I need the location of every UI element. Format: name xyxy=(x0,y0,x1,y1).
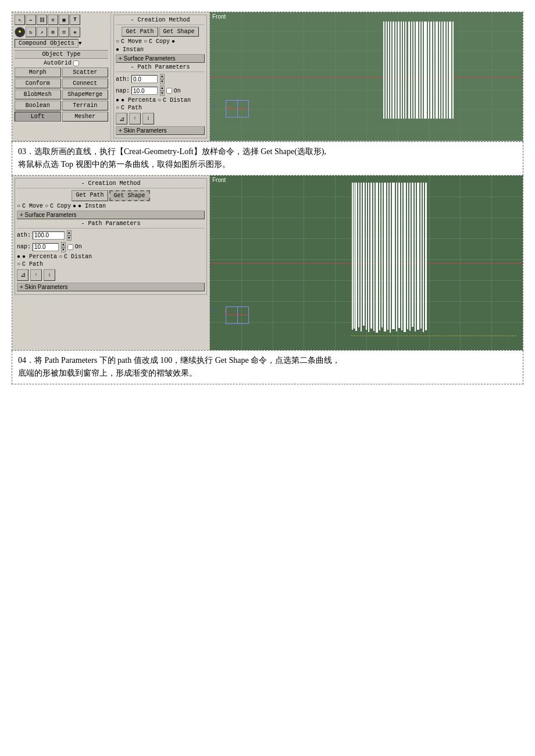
move-icon-btn[interactable]: ⊿ xyxy=(116,113,127,124)
ath-spinner-2[interactable]: ▲▼ xyxy=(67,230,72,241)
blobmesh-btn[interactable]: BlobMesh xyxy=(15,90,61,99)
viewport-2: Front xyxy=(210,176,523,350)
get-shape-btn-2[interactable]: Get Shape xyxy=(109,190,150,201)
get-shape-btn[interactable]: Get Shape xyxy=(159,27,199,37)
loft-btn[interactable]: Loft xyxy=(15,112,61,122)
section-2: - Creation Method Get Path Get Shape ○C … xyxy=(12,176,523,351)
get-path-btn[interactable]: Get Path xyxy=(122,27,158,37)
up-icon-btn[interactable]: ↑ xyxy=(129,113,141,124)
ath-row-2: ath: ▲▼ xyxy=(17,230,205,241)
instance-radio-icon: ● xyxy=(172,38,175,45)
copy-radio-icon: ○ xyxy=(144,38,147,45)
instance-label: ● Instan xyxy=(116,47,144,53)
percenta-label: ● Percenta xyxy=(121,97,156,104)
object-type-buttons: Morph Scatter Conform Connect BlobMesh S… xyxy=(15,67,108,122)
nap-row-2: nap: ▲▼ On xyxy=(17,242,205,252)
percenta-row: ● ● Percenta ○ C Distan xyxy=(116,97,205,104)
second-creation-panel: - Creation Method Get Path Get Shape ○C … xyxy=(12,176,210,350)
down-icon-btn[interactable]: ↕ xyxy=(142,113,154,124)
compound-dropdown[interactable]: Compound Objects xyxy=(15,39,79,48)
ath-row: ath: ▲▼ xyxy=(116,74,205,84)
scale-icon[interactable]: ↗ xyxy=(37,27,47,37)
percenta-icon-2: ● xyxy=(17,254,20,260)
morph-btn[interactable]: Morph xyxy=(15,67,61,77)
nap-input-2[interactable] xyxy=(33,243,59,251)
desc1-text: 03．选取所画的直线，执行【Creat-Geometry-Loft】放样命令，选… xyxy=(18,147,326,156)
grid-icon[interactable]: ⊞ xyxy=(48,27,58,37)
mesher-btn[interactable]: Mesher xyxy=(62,112,109,122)
copy-radio-2: ○ xyxy=(45,203,48,209)
move-label-2: C Move xyxy=(22,203,43,209)
nap-label: nap: xyxy=(116,88,130,94)
down-icon-btn-2[interactable]: ↕ xyxy=(44,269,55,281)
move-label: C Move xyxy=(121,38,142,45)
instance-label-2: ● Instan xyxy=(78,203,106,209)
percenta-row-2: ● ● Percenta ○ C Distan xyxy=(17,254,205,260)
nap-label-2: nap: xyxy=(17,244,31,250)
instance-radio-2: ● xyxy=(73,203,76,209)
creation-btn-row: Get Path Get Shape xyxy=(116,27,205,37)
distan-label-2: C Distan xyxy=(64,254,92,260)
edit-icon[interactable]: ✏ xyxy=(26,15,36,25)
ath-spinner[interactable]: ▲▼ xyxy=(160,74,165,84)
ath-input-2[interactable] xyxy=(33,231,65,240)
circle-icon[interactable]: ⊙ xyxy=(48,15,58,25)
creation-method-panel: - Creation Method Get Path Get Shape ○C … xyxy=(111,12,210,141)
up-icon-btn-2[interactable]: ↑ xyxy=(30,269,42,281)
distan-icon-2: ○ xyxy=(59,254,62,260)
path-params-label: - Path Parameters xyxy=(116,64,205,72)
bottom-axis-line xyxy=(351,336,516,336)
circle2-icon[interactable]: ● xyxy=(15,27,25,37)
compound-objects-select[interactable]: Compound Objects ▼ xyxy=(15,39,108,48)
conform-btn[interactable]: Conform xyxy=(15,79,61,88)
skin-params-btn-2[interactable]: + Skin Parameters xyxy=(17,283,205,291)
cursor-icon[interactable]: ↖ xyxy=(15,15,25,25)
move-radio-icon: ○ xyxy=(116,38,119,45)
on-checkbox-2[interactable] xyxy=(67,244,73,250)
on-label-2: On xyxy=(75,244,82,250)
nap-input[interactable] xyxy=(131,87,158,95)
autogrid-checkbox[interactable] xyxy=(73,60,79,66)
skin-params-btn[interactable]: + Skin Parameters xyxy=(116,126,205,135)
percenta-icon: ● xyxy=(116,97,119,104)
ath-input[interactable] xyxy=(131,75,158,83)
description-row-1: 03．选取所画的直线，执行【Creat-Geometry-Loft】放样命令，选… xyxy=(12,142,523,176)
desc2-text: 04．将 Path Parameters 下的 path 值改成 100，继续执… xyxy=(18,356,340,365)
nap-spinner[interactable]: ▲▼ xyxy=(160,85,165,96)
link-icon[interactable]: ⛓ xyxy=(37,15,47,25)
creation-btn-row-2: Get Path Get Shape xyxy=(17,190,205,201)
copy-label-2: C Copy xyxy=(50,203,71,209)
T-icon[interactable]: T xyxy=(70,15,80,25)
ath-label-2: ath: xyxy=(17,232,31,238)
move-copy-row: ○C Move ○C Copy ●● Instan xyxy=(116,38,205,53)
rotate-icon[interactable]: ↻ xyxy=(26,27,36,37)
shapemerge-btn[interactable]: ShapeMerge xyxy=(62,90,109,99)
path-params-label-2: - Path Parameters xyxy=(17,220,205,229)
surface-params-btn[interactable]: + Surface Parameters xyxy=(116,54,205,63)
get-path-btn-2[interactable]: Get Path xyxy=(72,190,108,201)
on-checkbox[interactable] xyxy=(166,88,172,94)
connect-btn[interactable]: Connect xyxy=(62,79,109,88)
z-axis-label-2: z xyxy=(212,306,215,312)
mirror-icon[interactable]: ⊡ xyxy=(59,27,69,37)
on-label: On xyxy=(174,88,181,94)
toolbar-row-1: ↖ ✏ ⛓ ⊙ ▣ T xyxy=(15,15,108,25)
align-icon[interactable]: ❋ xyxy=(70,27,80,37)
surface-params-btn-2[interactable]: + Surface Parameters xyxy=(17,211,205,219)
path-label: C Path xyxy=(121,105,142,111)
desc1-text2: 将鼠标点选 Top 视图中的第一条曲线，取得如图所示图形。 xyxy=(18,160,230,169)
distan-label: C Distan xyxy=(163,97,191,104)
coord-indicator-2 xyxy=(226,306,249,324)
boolean-btn[interactable]: Boolean xyxy=(15,101,61,110)
scatter-btn[interactable]: Scatter xyxy=(62,67,109,77)
viewport-1-label: Front xyxy=(212,13,226,20)
compound-dropdown-arrow[interactable]: ▼ xyxy=(79,41,81,47)
move-icon-btn-2[interactable]: ⊿ xyxy=(17,269,28,281)
terrain-btn[interactable]: Terrain xyxy=(62,101,109,110)
desc2-text2: 底端的形被加载到窗帘上，形成渐变的褶皱效果。 xyxy=(18,369,197,377)
distan-icon: ○ xyxy=(158,97,161,104)
nap-spinner-2[interactable]: ▲▼ xyxy=(61,242,66,252)
creation-method-title: - Creation Method xyxy=(116,17,205,25)
box-icon[interactable]: ▣ xyxy=(59,15,69,25)
viewport-2-label: Front xyxy=(212,177,226,183)
